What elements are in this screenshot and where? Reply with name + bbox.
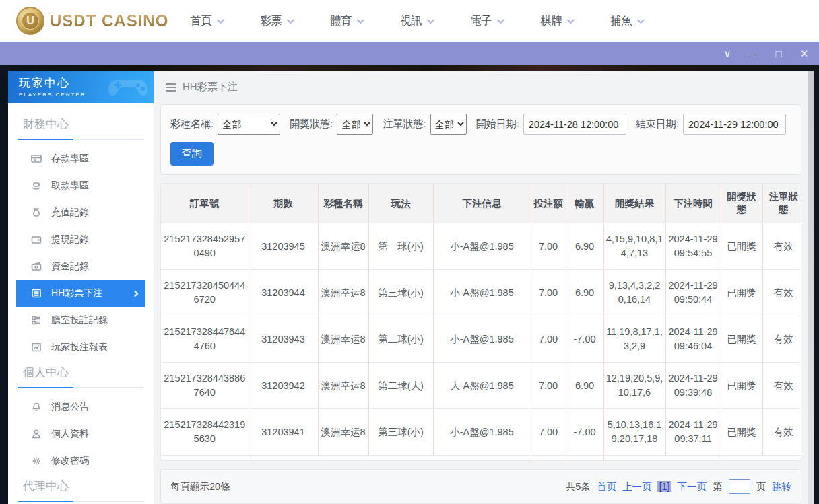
main-panel: HH彩票下注 彩種名稱: 全部 開獎狀態: 全部 注單狀態: 全部 開始日期: …	[154, 71, 808, 504]
table-cell: 第一球(小)	[368, 223, 433, 270]
sidebar-item-存款專區[interactable]: 存款專區	[16, 145, 145, 172]
sidebar-item-修改密碼[interactable]: 修改密碼	[16, 447, 145, 474]
nav-item-捕魚[interactable]: 捕魚	[591, 14, 661, 28]
table-cell: 11,19,8,17,1,3,2,9	[603, 316, 665, 363]
sidebar-item-提現記錄[interactable]: 提現記錄	[16, 226, 145, 253]
sidebar-item-消息公告[interactable]: 消息公告	[16, 394, 145, 421]
table-cell: 2152173284476444760	[161, 316, 249, 363]
sidebar: 玩家中心 PLAYERS CENTER 財務中心存款專區取款專區充值記錄提現記錄…	[8, 71, 154, 504]
window-titlebar: ∨ — □ ✕	[0, 42, 819, 65]
sidebar-item-label: HH彩票下注	[51, 287, 102, 299]
column-header: 訂單號	[161, 184, 249, 223]
table-cell: 31203945	[249, 223, 318, 270]
table-cell: 小-A盤@1.985	[433, 409, 531, 456]
logo-text: USDT CASINO	[50, 11, 168, 30]
table-cell: 6.90	[566, 223, 603, 270]
nav-item-label: 首頁	[191, 14, 212, 28]
sidebar-item-label: 修改密碼	[51, 455, 89, 467]
table-cell: 已開獎	[721, 363, 762, 409]
query-button[interactable]: 查詢	[170, 142, 214, 166]
summary-win-loss: 6.70	[566, 456, 603, 461]
nav-item-首頁[interactable]: 首頁	[171, 14, 241, 28]
prev-page-link[interactable]: 上一页	[622, 480, 652, 493]
table-cell: 7.00	[531, 363, 566, 409]
chevron-down-icon	[496, 16, 504, 24]
table-cell: 2024-11-29 09:39:48	[665, 363, 721, 409]
deposit-card-icon	[31, 153, 42, 164]
window-close-icon[interactable]: ✕	[799, 48, 810, 59]
sidebar-item-取款專區[interactable]: 取款專區	[16, 172, 145, 199]
chevron-down-icon	[216, 16, 224, 24]
menu-toggle-icon[interactable]	[166, 83, 176, 92]
order-status-label: 注單狀態:	[383, 118, 426, 131]
table-cell: 7.00	[531, 270, 566, 316]
nav-item-體育[interactable]: 體育	[311, 14, 381, 28]
section-divider	[18, 387, 144, 388]
sidebar-item-玩家投注報表[interactable]: 玩家投注報表	[16, 334, 145, 361]
nav-item-label: 捕魚	[611, 14, 632, 28]
table-cell: 2152173284423195630	[161, 409, 249, 456]
table-cell: 31203942	[249, 363, 318, 409]
gear-icon	[31, 456, 42, 466]
summary-bet-total: 35.00	[531, 456, 566, 461]
sidebar-item-label: 存款專區	[51, 153, 89, 165]
end-date-input[interactable]	[683, 114, 786, 135]
table-cell: 澳洲幸运8	[318, 363, 368, 409]
chevron-down-icon	[426, 16, 434, 24]
window-maximize-icon[interactable]: □	[773, 48, 784, 59]
chevron-down-icon	[356, 16, 364, 24]
page-number-input[interactable]	[729, 479, 750, 494]
logo-letter: U	[22, 12, 39, 30]
jump-button[interactable]: 跳转	[772, 480, 791, 493]
brand-logo[interactable]: U USDT CASINO	[16, 7, 171, 35]
sidebar-item-HH彩票下注[interactable]: HH彩票下注	[16, 280, 145, 307]
table-footer: 每頁顯示20條 共5条 首页 上一页 [1] 下一页 第 页 跳转	[160, 469, 801, 504]
nav-item-彩票[interactable]: 彩票	[241, 14, 311, 28]
draw-status-select[interactable]: 全部	[337, 114, 373, 135]
table-cell: 4,15,9,10,8,14,7,13	[603, 223, 665, 270]
section-divider	[18, 139, 144, 140]
pagination: 共5条 首页 上一页 [1] 下一页 第 页 跳转	[566, 479, 791, 494]
table-cell: 已開獎	[721, 316, 762, 363]
table-cell: 有效	[762, 316, 801, 363]
sidebar-item-充值記錄[interactable]: 充值記錄	[16, 199, 145, 226]
table-cell: 有效	[762, 223, 801, 270]
table-cell: 7.00	[531, 223, 566, 270]
table-cell: 5,10,13,16,19,20,17,18	[603, 409, 665, 456]
chevron-down-icon	[636, 16, 644, 24]
table-cell: 31203943	[249, 316, 318, 363]
table-cell: 大-A盤@1.985	[433, 363, 531, 409]
sidebar-item-label: 充值記錄	[51, 207, 89, 219]
draw-status-label: 開獎狀態:	[290, 118, 333, 131]
jump-suffix-label: 页	[756, 480, 766, 493]
table-cell: 31203941	[249, 409, 318, 456]
section-divider	[18, 501, 144, 502]
table-cell: 2024-11-29 09:46:04	[665, 316, 721, 363]
window-minimize-icon[interactable]: —	[748, 48, 758, 59]
table-body: 215217328452957049031203945澳洲幸运8第一球(小)小-…	[161, 223, 801, 462]
nav-item-棋牌[interactable]: 棋牌	[521, 14, 591, 28]
sidebar-item-資金記錄[interactable]: 資金記錄	[16, 253, 145, 280]
column-header: 下注時間	[665, 184, 721, 223]
next-page-link[interactable]: 下一页	[678, 480, 707, 493]
funds-icon	[31, 261, 42, 272]
list-icon	[31, 288, 42, 299]
window-dropdown-icon[interactable]: ∨	[722, 48, 733, 59]
lottery-name-select[interactable]: 全部	[218, 114, 280, 135]
sidebar-item-廳室投註記錄[interactable]: 廳室投註記錄	[16, 307, 145, 334]
breadcrumb: HH彩票下注	[154, 71, 808, 102]
sidebar-item-個人資料[interactable]: 個人資料	[16, 421, 145, 447]
column-header: 輸贏	[566, 184, 603, 223]
end-date-label: 結束日期:	[636, 118, 679, 131]
column-header: 下注信息	[433, 184, 531, 223]
nav-item-電子[interactable]: 電子	[451, 14, 521, 28]
order-status-select[interactable]: 全部	[430, 114, 467, 135]
start-date-input[interactable]	[523, 114, 626, 135]
withdraw-hand-icon	[31, 180, 42, 191]
wallet-icon	[31, 234, 42, 245]
page-title: HH彩票下注	[183, 81, 238, 94]
first-page-link[interactable]: 首页	[597, 480, 616, 493]
table-cell: 已開獎	[721, 223, 762, 270]
table-cell: 第三球(小)	[368, 409, 433, 456]
nav-item-視訊[interactable]: 視訊	[381, 14, 451, 28]
